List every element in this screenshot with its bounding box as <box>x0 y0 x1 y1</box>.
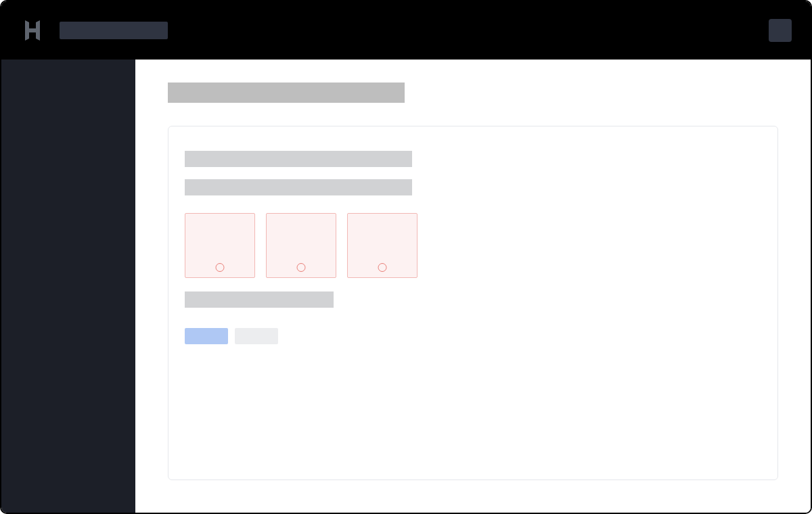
option-tile-3[interactable] <box>347 213 418 278</box>
card-note <box>185 291 334 308</box>
option-tiles <box>185 213 761 278</box>
secondary-button[interactable] <box>235 328 278 344</box>
hashicorp-logo-icon <box>20 18 45 43</box>
card-heading <box>185 151 412 167</box>
form-card <box>168 126 778 480</box>
option-tile-1[interactable] <box>185 213 255 278</box>
menu-button[interactable] <box>769 19 792 42</box>
app-body <box>1 60 811 513</box>
radio-icon <box>297 263 306 272</box>
page-title <box>168 83 405 103</box>
radio-icon <box>216 263 225 272</box>
option-tile-2[interactable] <box>266 213 336 278</box>
sidebar <box>1 60 135 513</box>
app-title <box>60 22 168 39</box>
topbar-left <box>20 18 168 43</box>
primary-button[interactable] <box>185 328 228 344</box>
card-subheading <box>185 179 412 195</box>
topbar <box>1 1 811 60</box>
radio-icon <box>378 263 387 272</box>
button-row <box>185 328 761 344</box>
main-content <box>135 60 811 513</box>
app-frame <box>0 0 812 514</box>
